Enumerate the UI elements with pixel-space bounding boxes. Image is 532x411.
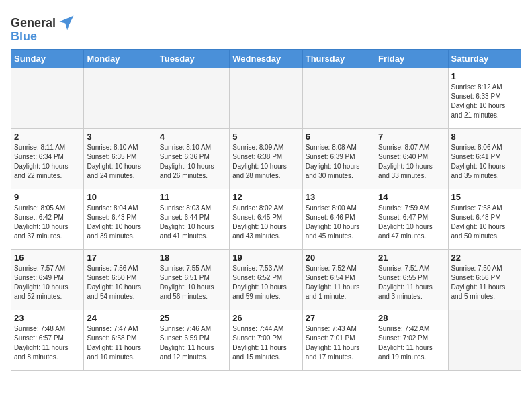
calendar-cell: 28Sunrise: 7:42 AM Sunset: 7:02 PM Dayli… — [375, 310, 448, 371]
header-wednesday: Wednesday — [230, 50, 302, 68]
calendar-cell: 24Sunrise: 7:47 AM Sunset: 6:58 PM Dayli… — [84, 310, 157, 371]
calendar-cell: 16Sunrise: 7:57 AM Sunset: 6:49 PM Dayli… — [11, 250, 84, 310]
day-number: 27 — [306, 313, 372, 323]
day-info: Sunrise: 7:52 AM Sunset: 6:54 PM Dayligh… — [306, 264, 372, 302]
day-number: 28 — [378, 313, 445, 323]
day-info: Sunrise: 8:11 AM Sunset: 6:34 PM Dayligh… — [14, 143, 81, 181]
day-number: 21 — [378, 253, 445, 263]
header-thursday: Thursday — [302, 50, 375, 68]
header-saturday: Saturday — [448, 50, 521, 68]
day-info: Sunrise: 8:05 AM Sunset: 6:42 PM Dayligh… — [14, 203, 81, 241]
day-number: 10 — [87, 192, 153, 202]
calendar-cell — [448, 310, 521, 371]
page-header: General Blue — [11, 11, 521, 44]
day-number: 20 — [306, 253, 372, 263]
calendar-cell — [157, 68, 229, 129]
calendar-cell — [302, 68, 375, 129]
day-info: Sunrise: 7:53 AM Sunset: 6:52 PM Dayligh… — [232, 264, 299, 302]
day-info: Sunrise: 7:59 AM Sunset: 6:47 PM Dayligh… — [378, 203, 445, 241]
calendar-header-row: SundayMondayTuesdayWednesdayThursdayFrid… — [11, 50, 521, 68]
calendar-cell — [11, 68, 84, 129]
day-info: Sunrise: 8:00 AM Sunset: 6:46 PM Dayligh… — [306, 203, 372, 241]
day-number: 19 — [232, 253, 299, 263]
logo-bird-icon — [57, 13, 76, 32]
calendar-cell: 8Sunrise: 8:06 AM Sunset: 6:41 PM Daylig… — [448, 129, 521, 189]
day-number: 17 — [87, 253, 153, 263]
day-info: Sunrise: 8:02 AM Sunset: 6:45 PM Dayligh… — [232, 203, 299, 241]
logo-blue: Blue — [11, 30, 37, 44]
calendar-cell — [375, 68, 448, 129]
day-number: 23 — [14, 313, 81, 323]
day-info: Sunrise: 8:10 AM Sunset: 6:35 PM Dayligh… — [87, 143, 153, 181]
day-number: 6 — [306, 132, 372, 142]
calendar-cell: 12Sunrise: 8:02 AM Sunset: 6:45 PM Dayli… — [230, 189, 302, 250]
day-number: 11 — [160, 192, 226, 202]
day-info: Sunrise: 8:12 AM Sunset: 6:33 PM Dayligh… — [451, 83, 518, 120]
day-number: 25 — [160, 313, 226, 323]
day-info: Sunrise: 7:42 AM Sunset: 7:02 PM Dayligh… — [378, 324, 445, 362]
day-number: 1 — [451, 71, 518, 81]
calendar-cell: 11Sunrise: 8:03 AM Sunset: 6:44 PM Dayli… — [157, 189, 229, 250]
calendar-cell: 20Sunrise: 7:52 AM Sunset: 6:54 PM Dayli… — [302, 250, 375, 310]
day-number: 8 — [451, 132, 518, 142]
day-info: Sunrise: 8:10 AM Sunset: 6:36 PM Dayligh… — [160, 143, 226, 181]
day-info: Sunrise: 7:47 AM Sunset: 6:58 PM Dayligh… — [87, 324, 153, 362]
day-info: Sunrise: 7:51 AM Sunset: 6:55 PM Dayligh… — [378, 264, 445, 302]
calendar-cell: 17Sunrise: 7:56 AM Sunset: 6:50 PM Dayli… — [84, 250, 157, 310]
calendar-cell: 27Sunrise: 7:43 AM Sunset: 7:01 PM Dayli… — [302, 310, 375, 371]
calendar-cell: 19Sunrise: 7:53 AM Sunset: 6:52 PM Dayli… — [230, 250, 302, 310]
calendar-week-row: 9Sunrise: 8:05 AM Sunset: 6:42 PM Daylig… — [11, 189, 521, 250]
calendar-cell: 26Sunrise: 7:44 AM Sunset: 7:00 PM Dayli… — [230, 310, 302, 371]
logo-general: General — [11, 16, 56, 30]
calendar-cell: 18Sunrise: 7:55 AM Sunset: 6:51 PM Dayli… — [157, 250, 229, 310]
day-info: Sunrise: 7:58 AM Sunset: 6:48 PM Dayligh… — [451, 203, 518, 241]
day-info: Sunrise: 7:57 AM Sunset: 6:49 PM Dayligh… — [14, 264, 81, 302]
day-info: Sunrise: 7:56 AM Sunset: 6:50 PM Dayligh… — [87, 264, 153, 302]
day-number: 9 — [14, 192, 81, 202]
day-info: Sunrise: 8:03 AM Sunset: 6:44 PM Dayligh… — [160, 203, 226, 241]
day-number: 12 — [232, 192, 299, 202]
calendar-cell: 23Sunrise: 7:48 AM Sunset: 6:57 PM Dayli… — [11, 310, 84, 371]
calendar-cell: 9Sunrise: 8:05 AM Sunset: 6:42 PM Daylig… — [11, 189, 84, 250]
day-info: Sunrise: 7:43 AM Sunset: 7:01 PM Dayligh… — [306, 324, 372, 362]
day-number: 2 — [14, 132, 81, 142]
calendar-cell: 13Sunrise: 8:00 AM Sunset: 6:46 PM Dayli… — [302, 189, 375, 250]
day-number: 4 — [160, 132, 226, 142]
calendar-cell: 4Sunrise: 8:10 AM Sunset: 6:36 PM Daylig… — [157, 129, 229, 189]
calendar-cell: 7Sunrise: 8:07 AM Sunset: 6:40 PM Daylig… — [375, 129, 448, 189]
calendar-table: SundayMondayTuesdayWednesdayThursdayFrid… — [11, 49, 521, 371]
day-number: 7 — [378, 132, 445, 142]
day-info: Sunrise: 7:55 AM Sunset: 6:51 PM Dayligh… — [160, 264, 226, 302]
calendar-cell: 25Sunrise: 7:46 AM Sunset: 6:59 PM Dayli… — [157, 310, 229, 371]
day-number: 15 — [451, 192, 518, 202]
day-number: 22 — [451, 253, 518, 263]
calendar-cell: 6Sunrise: 8:08 AM Sunset: 6:39 PM Daylig… — [302, 129, 375, 189]
calendar-week-row: 23Sunrise: 7:48 AM Sunset: 6:57 PM Dayli… — [11, 310, 521, 371]
calendar-cell: 2Sunrise: 8:11 AM Sunset: 6:34 PM Daylig… — [11, 129, 84, 189]
day-info: Sunrise: 7:50 AM Sunset: 6:56 PM Dayligh… — [451, 264, 518, 302]
calendar-cell: 1Sunrise: 8:12 AM Sunset: 6:33 PM Daylig… — [448, 68, 521, 129]
calendar-week-row: 16Sunrise: 7:57 AM Sunset: 6:49 PM Dayli… — [11, 250, 521, 310]
day-number: 26 — [232, 313, 299, 323]
calendar-cell: 3Sunrise: 8:10 AM Sunset: 6:35 PM Daylig… — [84, 129, 157, 189]
day-info: Sunrise: 7:46 AM Sunset: 6:59 PM Dayligh… — [160, 324, 226, 362]
header-tuesday: Tuesday — [157, 50, 229, 68]
day-info: Sunrise: 7:44 AM Sunset: 7:00 PM Dayligh… — [232, 324, 299, 362]
day-number: 24 — [87, 313, 153, 323]
day-number: 14 — [378, 192, 445, 202]
day-info: Sunrise: 8:04 AM Sunset: 6:43 PM Dayligh… — [87, 203, 153, 241]
calendar-cell: 15Sunrise: 7:58 AM Sunset: 6:48 PM Dayli… — [448, 189, 521, 250]
day-number: 18 — [160, 253, 226, 263]
calendar-cell: 5Sunrise: 8:09 AM Sunset: 6:38 PM Daylig… — [230, 129, 302, 189]
calendar-cell: 14Sunrise: 7:59 AM Sunset: 6:47 PM Dayli… — [375, 189, 448, 250]
day-number: 5 — [232, 132, 299, 142]
day-info: Sunrise: 8:06 AM Sunset: 6:41 PM Dayligh… — [451, 143, 518, 181]
day-info: Sunrise: 8:09 AM Sunset: 6:38 PM Dayligh… — [232, 143, 299, 181]
day-info: Sunrise: 7:48 AM Sunset: 6:57 PM Dayligh… — [14, 324, 81, 362]
logo-container: General Blue — [11, 13, 76, 44]
calendar-cell: 22Sunrise: 7:50 AM Sunset: 6:56 PM Dayli… — [448, 250, 521, 310]
day-number: 13 — [306, 192, 372, 202]
calendar-cell — [230, 68, 302, 129]
calendar-cell — [84, 68, 157, 129]
header-monday: Monday — [84, 50, 157, 68]
